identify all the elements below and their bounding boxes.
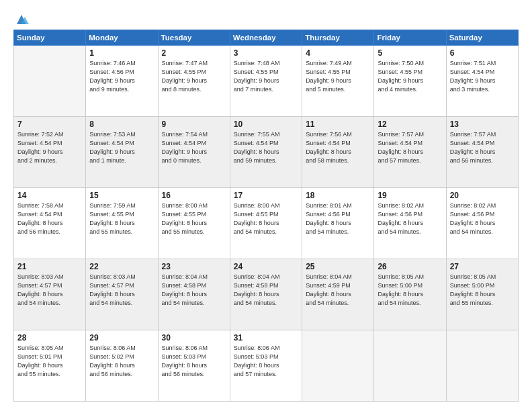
day-number: 1 (89, 48, 154, 58)
day-info: Sunrise: 8:02 AM Sunset: 4:56 PM Dayligh… (378, 201, 442, 236)
day-info: Sunrise: 8:06 AM Sunset: 5:03 PM Dayligh… (162, 344, 226, 379)
day-info: Sunrise: 7:55 AM Sunset: 4:54 PM Dayligh… (234, 130, 298, 165)
weekday-header-monday: Monday (86, 30, 158, 46)
day-number: 9 (162, 120, 226, 129)
calendar-cell: 20Sunrise: 8:02 AM Sunset: 4:56 PM Dayli… (446, 188, 518, 259)
day-number: 14 (17, 191, 82, 200)
weekday-header-thursday: Thursday (302, 30, 374, 46)
calendar-cell: 8Sunrise: 7:53 AM Sunset: 4:54 PM Daylig… (86, 117, 158, 188)
day-number: 28 (17, 333, 82, 342)
day-number: 15 (89, 191, 154, 200)
day-number: 16 (162, 191, 226, 200)
calendar-cell: 28Sunrise: 8:05 AM Sunset: 5:01 PM Dayli… (14, 330, 86, 402)
calendar-week-row: 21Sunrise: 8:03 AM Sunset: 4:57 PM Dayli… (14, 259, 519, 330)
day-number: 3 (234, 48, 298, 58)
calendar-cell: 18Sunrise: 8:01 AM Sunset: 4:56 PM Dayli… (302, 188, 374, 259)
calendar-cell: 24Sunrise: 8:04 AM Sunset: 4:58 PM Dayli… (230, 259, 302, 330)
day-number: 6 (450, 48, 515, 58)
calendar-cell: 14Sunrise: 7:58 AM Sunset: 4:54 PM Dayli… (14, 188, 86, 259)
calendar-table: SundayMondayTuesdayWednesdayThursdayFrid… (13, 30, 519, 402)
day-info: Sunrise: 7:56 AM Sunset: 4:54 PM Dayligh… (306, 130, 370, 165)
day-info: Sunrise: 7:57 AM Sunset: 4:54 PM Dayligh… (450, 130, 515, 165)
day-number: 21 (17, 262, 82, 271)
calendar-cell: 17Sunrise: 8:00 AM Sunset: 4:55 PM Dayli… (230, 188, 302, 259)
calendar-cell: 6Sunrise: 7:51 AM Sunset: 4:54 PM Daylig… (446, 46, 518, 117)
calendar-cell: 23Sunrise: 8:04 AM Sunset: 4:58 PM Dayli… (158, 259, 230, 330)
day-number: 30 (162, 333, 226, 342)
day-number: 31 (234, 333, 298, 342)
day-number: 22 (89, 262, 154, 271)
day-info: Sunrise: 7:50 AM Sunset: 4:55 PM Dayligh… (378, 59, 442, 94)
day-number: 27 (450, 262, 515, 271)
day-info: Sunrise: 8:05 AM Sunset: 5:00 PM Dayligh… (450, 273, 515, 308)
calendar-cell: 16Sunrise: 8:00 AM Sunset: 4:55 PM Dayli… (158, 188, 230, 259)
day-info: Sunrise: 8:04 AM Sunset: 4:59 PM Dayligh… (306, 273, 370, 308)
calendar-cell: 15Sunrise: 7:59 AM Sunset: 4:55 PM Dayli… (86, 188, 158, 259)
calendar-cell (302, 330, 374, 402)
day-info: Sunrise: 7:54 AM Sunset: 4:54 PM Dayligh… (162, 130, 226, 165)
day-info: Sunrise: 8:00 AM Sunset: 4:55 PM Dayligh… (234, 201, 298, 236)
calendar-week-row: 1Sunrise: 7:46 AM Sunset: 4:56 PM Daylig… (14, 46, 519, 117)
day-info: Sunrise: 8:04 AM Sunset: 4:58 PM Dayligh… (162, 273, 226, 308)
calendar-header-row: SundayMondayTuesdayWednesdayThursdayFrid… (14, 30, 519, 46)
calendar-week-row: 7Sunrise: 7:52 AM Sunset: 4:54 PM Daylig… (14, 117, 519, 188)
calendar-week-row: 28Sunrise: 8:05 AM Sunset: 5:01 PM Dayli… (14, 330, 519, 402)
day-info: Sunrise: 8:00 AM Sunset: 4:55 PM Dayligh… (162, 201, 226, 236)
day-info: Sunrise: 7:46 AM Sunset: 4:56 PM Dayligh… (89, 59, 154, 94)
day-number: 7 (17, 120, 82, 129)
calendar-cell: 30Sunrise: 8:06 AM Sunset: 5:03 PM Dayli… (158, 330, 230, 402)
day-number: 29 (89, 333, 154, 342)
day-info: Sunrise: 7:52 AM Sunset: 4:54 PM Dayligh… (17, 130, 82, 165)
day-number: 10 (234, 120, 298, 129)
day-info: Sunrise: 8:06 AM Sunset: 5:03 PM Dayligh… (234, 344, 298, 379)
calendar-cell (14, 46, 86, 117)
day-info: Sunrise: 7:47 AM Sunset: 4:55 PM Dayligh… (162, 59, 226, 94)
calendar-cell: 27Sunrise: 8:05 AM Sunset: 5:00 PM Dayli… (446, 259, 518, 330)
day-info: Sunrise: 7:53 AM Sunset: 4:54 PM Dayligh… (89, 130, 154, 165)
calendar-cell: 25Sunrise: 8:04 AM Sunset: 4:59 PM Dayli… (302, 259, 374, 330)
day-number: 26 (378, 262, 442, 271)
weekday-header-saturday: Saturday (446, 30, 518, 46)
weekday-header-wednesday: Wednesday (230, 30, 302, 46)
day-number: 19 (378, 191, 442, 200)
day-info: Sunrise: 7:51 AM Sunset: 4:54 PM Dayligh… (450, 59, 515, 94)
logo (13, 12, 29, 23)
calendar-cell (446, 330, 518, 402)
calendar-cell: 4Sunrise: 7:49 AM Sunset: 4:55 PM Daylig… (302, 46, 374, 117)
calendar-cell: 11Sunrise: 7:56 AM Sunset: 4:54 PM Dayli… (302, 117, 374, 188)
day-info: Sunrise: 7:57 AM Sunset: 4:54 PM Dayligh… (378, 130, 442, 165)
calendar-cell: 7Sunrise: 7:52 AM Sunset: 4:54 PM Daylig… (14, 117, 86, 188)
day-info: Sunrise: 7:49 AM Sunset: 4:55 PM Dayligh… (306, 59, 370, 94)
day-info: Sunrise: 8:03 AM Sunset: 4:57 PM Dayligh… (89, 273, 154, 308)
calendar-cell: 13Sunrise: 7:57 AM Sunset: 4:54 PM Dayli… (446, 117, 518, 188)
weekday-header-tuesday: Tuesday (158, 30, 230, 46)
day-number: 2 (162, 48, 226, 58)
calendar-cell: 31Sunrise: 8:06 AM Sunset: 5:03 PM Dayli… (230, 330, 302, 402)
calendar-cell: 1Sunrise: 7:46 AM Sunset: 4:56 PM Daylig… (86, 46, 158, 117)
day-number: 5 (378, 48, 442, 58)
day-info: Sunrise: 8:05 AM Sunset: 5:01 PM Dayligh… (17, 344, 82, 379)
calendar-cell: 21Sunrise: 8:03 AM Sunset: 4:57 PM Dayli… (14, 259, 86, 330)
day-number: 8 (89, 120, 154, 129)
logo-icon (14, 12, 29, 26)
day-number: 20 (450, 191, 515, 200)
day-info: Sunrise: 7:58 AM Sunset: 4:54 PM Dayligh… (17, 201, 82, 236)
day-info: Sunrise: 8:03 AM Sunset: 4:57 PM Dayligh… (17, 273, 82, 308)
day-info: Sunrise: 8:02 AM Sunset: 4:56 PM Dayligh… (450, 201, 515, 236)
day-info: Sunrise: 8:05 AM Sunset: 5:00 PM Dayligh… (378, 273, 442, 308)
weekday-header-sunday: Sunday (14, 30, 86, 46)
day-info: Sunrise: 8:01 AM Sunset: 4:56 PM Dayligh… (306, 201, 370, 236)
page: SundayMondayTuesdayWednesdayThursdayFrid… (0, 0, 532, 411)
day-number: 13 (450, 120, 515, 129)
calendar-cell (374, 330, 446, 402)
calendar-cell: 19Sunrise: 8:02 AM Sunset: 4:56 PM Dayli… (374, 188, 446, 259)
day-number: 25 (306, 262, 370, 271)
calendar-cell: 22Sunrise: 8:03 AM Sunset: 4:57 PM Dayli… (86, 259, 158, 330)
day-info: Sunrise: 8:06 AM Sunset: 5:02 PM Dayligh… (89, 344, 154, 379)
calendar-cell: 12Sunrise: 7:57 AM Sunset: 4:54 PM Dayli… (374, 117, 446, 188)
day-info: Sunrise: 7:48 AM Sunset: 4:55 PM Dayligh… (234, 59, 298, 94)
weekday-header-friday: Friday (374, 30, 446, 46)
calendar-week-row: 14Sunrise: 7:58 AM Sunset: 4:54 PM Dayli… (14, 188, 519, 259)
calendar-cell: 29Sunrise: 8:06 AM Sunset: 5:02 PM Dayli… (86, 330, 158, 402)
day-number: 18 (306, 191, 370, 200)
